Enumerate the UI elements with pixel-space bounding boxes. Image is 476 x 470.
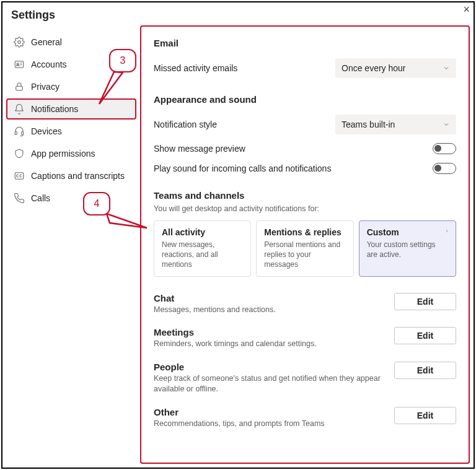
svg-point-2 <box>17 63 19 65</box>
chevron-down-icon <box>443 64 450 72</box>
select-value: Teams built-in <box>342 120 395 129</box>
people-edit-button[interactable]: Edit <box>394 362 456 379</box>
annotation-tail-4 <box>105 212 154 237</box>
cc-icon <box>14 170 25 181</box>
nav-item-calls[interactable]: Calls <box>6 188 136 209</box>
card-all-activity[interactable]: All activity New messages, reactions, an… <box>154 220 251 277</box>
section-title: Teams and channels <box>154 190 456 201</box>
notification-style-label: Notification style <box>154 120 217 129</box>
nav-label: Devices <box>31 126 62 136</box>
nav-item-captions[interactable]: Captions and transcripts <box>6 165 136 186</box>
headset-icon <box>14 126 25 137</box>
nav-label: Accounts <box>31 59 67 69</box>
lock-icon <box>14 81 25 92</box>
section-people: People Keep track of someone's status an… <box>154 362 456 394</box>
play-sound-toggle[interactable] <box>433 163 456 174</box>
annotation-tail-3 <box>95 70 139 113</box>
svg-rect-4 <box>15 132 17 135</box>
section-title: Appearance and sound <box>154 94 456 105</box>
nav-label: Privacy <box>31 82 60 92</box>
annotation-callout-3: 3 <box>109 49 136 72</box>
other-edit-button[interactable]: Edit <box>394 407 456 424</box>
section-appearance: Appearance and sound Notification style … <box>154 94 456 174</box>
nav-label: General <box>31 37 62 47</box>
section-meetings: Meetings Reminders, work timings and cal… <box>154 327 456 349</box>
chat-edit-button[interactable]: Edit <box>394 293 456 310</box>
people-title: People <box>154 362 387 372</box>
id-card-icon <box>14 59 25 70</box>
annotation-callout-4: 4 <box>83 192 110 215</box>
nav-label: Captions and transcripts <box>31 171 125 181</box>
chevron-right-icon <box>444 228 449 233</box>
shield-icon <box>14 148 25 159</box>
nav-item-devices[interactable]: Devices <box>6 121 136 142</box>
card-title: All activity <box>162 227 243 237</box>
card-title: Mentions & replies <box>264 227 345 237</box>
show-preview-label: Show message preview <box>154 144 245 154</box>
settings-content: Email Missed activity emails Once every … <box>140 25 470 464</box>
card-custom[interactable]: Custom Your custom settings are active. <box>359 220 456 277</box>
other-title: Other <box>154 407 387 417</box>
play-sound-label: Play sound for incoming calls and notifi… <box>154 163 331 173</box>
section-teams-channels: Teams and channels You will get desktop … <box>154 190 456 277</box>
chevron-down-icon <box>443 121 450 128</box>
section-other: Other Recommendations, tips, and prompts… <box>154 407 456 429</box>
svg-rect-5 <box>22 132 24 135</box>
card-mentions-replies[interactable]: Mentions & replies Personal mentions and… <box>256 220 353 277</box>
missed-emails-label: Missed activity emails <box>154 63 237 73</box>
chat-desc: Messages, mentions and reactions. <box>154 305 387 315</box>
svg-point-0 <box>18 41 21 44</box>
bell-icon <box>14 103 25 115</box>
nav-label: Calls <box>31 193 50 203</box>
missed-emails-select[interactable]: Once every hour <box>335 58 456 78</box>
select-value: Once every hour <box>342 63 406 73</box>
close-icon[interactable]: × <box>463 4 470 15</box>
notification-style-select[interactable]: Teams built-in <box>335 115 456 134</box>
meetings-title: Meetings <box>154 327 387 337</box>
chat-title: Chat <box>154 293 387 303</box>
gear-icon <box>14 37 25 48</box>
section-subtitle: You will get desktop and activity notifi… <box>154 204 456 213</box>
meetings-edit-button[interactable]: Edit <box>394 327 456 344</box>
section-chat: Chat Messages, mentions and reactions. E… <box>154 293 456 315</box>
svg-rect-1 <box>15 61 24 68</box>
other-desc: Recommendations, tips, and prompts from … <box>154 419 387 429</box>
page-title: Settings <box>11 9 55 22</box>
svg-rect-3 <box>16 86 23 90</box>
nav-label: App permissions <box>31 149 95 159</box>
card-desc: Your custom settings are active. <box>367 240 448 259</box>
nav-label: Notifications <box>31 104 78 114</box>
card-desc: New messages, reactions, and all mention… <box>162 240 243 270</box>
card-desc: Personal mentions and replies to your me… <box>264 240 345 270</box>
show-preview-toggle[interactable] <box>433 143 456 154</box>
meetings-desc: Reminders, work timings and calendar set… <box>154 339 387 349</box>
section-email: Email Missed activity emails Once every … <box>154 38 456 78</box>
nav-item-app-permissions[interactable]: App permissions <box>6 143 136 164</box>
people-desc: Keep track of someone's status and get n… <box>154 373 387 394</box>
card-title: Custom <box>367 227 448 237</box>
section-title: Email <box>154 38 456 48</box>
phone-icon <box>14 193 25 204</box>
